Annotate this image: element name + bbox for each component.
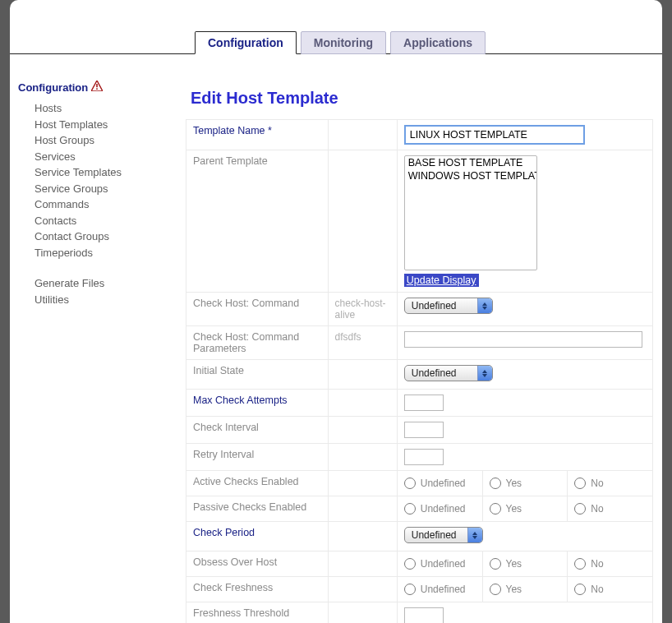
active-checks-undefined[interactable]: Undefined <box>398 471 483 496</box>
passive-checks-undefined[interactable]: Undefined <box>398 496 483 521</box>
label-obsess: Obsess Over Host <box>186 551 329 577</box>
radio-input[interactable] <box>574 558 586 570</box>
tab-configuration[interactable]: Configuration <box>195 31 297 54</box>
radio-label: Yes <box>506 558 522 570</box>
parent-template-option-1[interactable]: WINDOWS HOST TEMPLATE <box>405 169 536 182</box>
sidebar-item-hosts[interactable]: Hosts <box>35 100 186 117</box>
tabs: Configuration Monitoring Applications <box>195 31 486 54</box>
check-host-params-input[interactable] <box>404 331 642 348</box>
active-checks-yes[interactable]: Yes <box>483 471 568 496</box>
check-freshness-yes[interactable]: Yes <box>483 577 568 602</box>
label-check-freshness: Check Freshness <box>186 577 329 602</box>
label-initial-state: Initial State <box>186 360 329 390</box>
svg-rect-0 <box>96 84 98 87</box>
label-retry-interval: Retry Interval <box>186 444 329 471</box>
inherit-check-host-command: check-host-alive <box>328 293 397 326</box>
obsess-no[interactable]: No <box>568 551 652 576</box>
inherit-check-interval <box>328 417 397 444</box>
freshness-threshold-input[interactable] <box>404 607 444 623</box>
inherit-retry-interval <box>328 444 397 471</box>
val-initial-state: Undefined <box>397 360 652 390</box>
warning-icon <box>91 81 103 94</box>
radio-input[interactable] <box>490 584 501 595</box>
check-period-select-text: Undefined <box>412 529 457 541</box>
sidebar-item-commands[interactable]: Commands <box>35 196 186 213</box>
sidebar-item-generate-files[interactable]: Generate Files <box>35 275 186 292</box>
sidebar-item-contacts[interactable]: Contacts <box>35 213 186 229</box>
check-freshness-no[interactable]: No <box>568 577 652 602</box>
update-display-link[interactable]: Update Display <box>404 274 479 287</box>
parent-template-listbox[interactable]: BASE HOST TEMPLATE WINDOWS HOST TEMPLATE <box>404 155 537 270</box>
select-arrows-icon <box>477 366 492 381</box>
passive-checks-yes[interactable]: Yes <box>483 496 568 521</box>
check-host-command-select[interactable]: Undefined <box>404 298 493 314</box>
inherit-passive-checks <box>328 496 397 522</box>
radio-input[interactable] <box>404 584 416 595</box>
radio-input[interactable] <box>490 503 501 515</box>
sidebar-item-host-templates[interactable]: Host Templates <box>35 117 186 133</box>
obsess-undefined[interactable]: Undefined <box>398 551 483 576</box>
val-check-host-params <box>397 326 652 360</box>
max-check-attempts-input[interactable] <box>404 395 444 411</box>
radio-input[interactable] <box>404 478 416 489</box>
row-check-host-params: Check Host: Command Parameters dfsdfs <box>186 326 653 360</box>
sidebar-item-service-groups[interactable]: Service Groups <box>35 181 186 197</box>
retry-interval-input[interactable] <box>404 449 444 465</box>
initial-state-select-text: Undefined <box>412 367 457 379</box>
val-template-name <box>397 120 652 150</box>
radio-input[interactable] <box>574 478 586 489</box>
radio-label: Undefined <box>421 584 466 595</box>
radio-input[interactable] <box>404 503 416 515</box>
val-retry-interval <box>397 444 652 471</box>
sidebar-gap <box>18 261 186 275</box>
sidebar: Configuration Hosts Host Templates Host … <box>10 54 186 623</box>
sidebar-list-1: Hosts Host Templates Host Groups Service… <box>18 94 186 261</box>
radio-input[interactable] <box>574 503 586 515</box>
obsess-yes[interactable]: Yes <box>483 551 568 576</box>
main: Edit Host Template Template Name * Paren… <box>186 54 662 623</box>
label-freshness-threshold: Freshness Threshold <box>186 602 329 624</box>
sidebar-title-text: Configuration <box>18 81 88 94</box>
sidebar-item-timeperiods[interactable]: Timeperiods <box>35 245 186 261</box>
template-name-input[interactable] <box>404 125 585 145</box>
check-interval-input[interactable] <box>404 422 444 438</box>
active-checks-no[interactable]: No <box>568 471 652 496</box>
val-active-checks: Undefined Yes No <box>397 471 652 496</box>
tabs-row: Configuration Monitoring Applications <box>10 31 662 54</box>
radio-label: Undefined <box>421 558 466 570</box>
parent-template-option-0[interactable]: BASE HOST TEMPLATE <box>405 156 536 169</box>
initial-state-select[interactable]: Undefined <box>404 365 493 381</box>
sidebar-item-host-groups[interactable]: Host Groups <box>35 132 186 149</box>
row-check-freshness: Check Freshness Undefined Yes No <box>186 577 653 602</box>
sidebar-title: Configuration <box>18 81 186 94</box>
radio-label: No <box>591 558 603 570</box>
tab-monitoring[interactable]: Monitoring <box>301 31 386 54</box>
radio-input[interactable] <box>574 584 586 595</box>
tab-applications[interactable]: Applications <box>390 31 486 54</box>
row-active-checks: Active Checks Enabled Undefined Yes No <box>186 471 653 496</box>
inherit-template-name <box>328 120 397 150</box>
label-check-interval: Check Interval <box>186 417 329 444</box>
val-check-period: Undefined <box>397 522 652 551</box>
sidebar-list-2: Generate Files Utilities <box>18 275 186 307</box>
row-freshness-threshold: Freshness Threshold <box>186 602 653 624</box>
radio-input[interactable] <box>490 558 501 570</box>
sidebar-item-contact-groups[interactable]: Contact Groups <box>35 228 186 245</box>
row-obsess: Obsess Over Host Undefined Yes No <box>186 551 653 577</box>
app-window: Configuration Monitoring Applications Co… <box>10 0 662 623</box>
val-freshness-threshold <box>397 602 652 624</box>
val-check-interval <box>397 417 652 444</box>
page-title: Edit Host Template <box>191 89 662 108</box>
passive-checks-no[interactable]: No <box>568 496 652 521</box>
check-period-select[interactable]: Undefined <box>404 527 483 543</box>
check-freshness-undefined[interactable]: Undefined <box>398 577 483 602</box>
label-max-check-attempts: Max Check Attempts <box>186 390 329 417</box>
radio-input[interactable] <box>404 558 416 570</box>
inherit-active-checks <box>328 471 397 496</box>
sidebar-item-services[interactable]: Services <box>35 149 186 165</box>
row-template-name: Template Name * <box>186 120 653 150</box>
radio-input[interactable] <box>490 478 501 489</box>
sidebar-item-utilities[interactable]: Utilities <box>35 292 186 308</box>
inherit-parent-template <box>328 150 397 293</box>
sidebar-item-service-templates[interactable]: Service Templates <box>35 164 186 181</box>
